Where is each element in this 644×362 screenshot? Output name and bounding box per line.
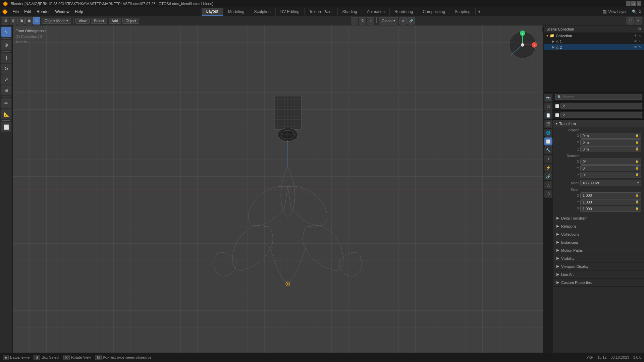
- maximize-button[interactable]: □: [631, 1, 636, 6]
- constraints-prop-tab[interactable]: 🔗: [544, 172, 552, 180]
- rotation-y-field[interactable]: 0° 🔒: [580, 165, 641, 171]
- render-prop-tab[interactable]: 📷: [544, 94, 552, 102]
- minimize-button[interactable]: ─: [626, 1, 631, 6]
- global-view-btn[interactable]: ⊞: [2, 17, 9, 24]
- line-art-section[interactable]: ▶ Line Art: [553, 270, 644, 279]
- rotation-x-field[interactable]: 0° 🔒: [580, 159, 641, 165]
- tab-shading[interactable]: Shading: [338, 8, 362, 15]
- view-layer-selector[interactable]: 🎬 View Layer: [599, 9, 630, 15]
- search-top-icon[interactable]: 🔍: [632, 9, 637, 14]
- select-icon[interactable]: ↖: [639, 34, 641, 38]
- measure-tool-btn[interactable]: 📐: [1, 109, 11, 119]
- material-view-btn[interactable]: ◨: [17, 17, 25, 24]
- particles-prop-tab[interactable]: ✦: [544, 155, 552, 163]
- object-menu[interactable]: Object: [122, 18, 139, 24]
- add-menu[interactable]: Add: [109, 18, 121, 24]
- scale-x-field[interactable]: 1.000 🔒: [580, 192, 641, 198]
- close-button[interactable]: ✕: [637, 1, 641, 6]
- transform-tool-left-btn[interactable]: ⊞: [1, 85, 11, 95]
- filter-top-icon[interactable]: ⚙: [638, 9, 642, 14]
- select-icon-1[interactable]: ↖: [639, 40, 641, 43]
- outliner-collection-item[interactable]: ▾ 📁 Collection 👁 ↖: [544, 33, 644, 39]
- relations-section[interactable]: ▶ Relations: [553, 222, 644, 230]
- viewport-display-section[interactable]: ▶ Viewport Display: [553, 262, 644, 270]
- snap-btn[interactable]: 🔗: [408, 17, 415, 24]
- object-name-field[interactable]: 2: [560, 103, 642, 109]
- eye-icon-2[interactable]: 👁: [634, 45, 637, 49]
- global-transform-dropdown[interactable]: Global ▾: [379, 17, 398, 24]
- motion-paths-section[interactable]: ▶ Motion Paths: [553, 246, 644, 254]
- eye-icon-1[interactable]: 👁: [634, 40, 637, 43]
- physics-prop-tab[interactable]: ⚡: [544, 164, 552, 172]
- tab-rendering[interactable]: Rendering: [390, 8, 418, 15]
- scale-y-field[interactable]: 1.000 🔒: [580, 199, 641, 205]
- prop-search-input[interactable]: [563, 95, 640, 99]
- instancing-section[interactable]: ▶ Instancing: [553, 238, 644, 246]
- material-prop-tab[interactable]: ⬡: [544, 190, 552, 198]
- select-icon-2[interactable]: ↖: [639, 45, 641, 49]
- rotation-z-field[interactable]: 0° 🔒: [580, 172, 641, 178]
- data-prop-tab[interactable]: △: [544, 181, 552, 189]
- wireframe-view-btn[interactable]: ⬡: [33, 17, 40, 24]
- scale-tool-left-btn[interactable]: ⤢: [1, 74, 11, 84]
- location-z-value: 0 m: [583, 147, 589, 151]
- delta-transform-section[interactable]: ▶ Delta Transform: [553, 214, 644, 222]
- tab-texture-paint[interactable]: Texture Paint: [305, 8, 338, 15]
- tab-compositing[interactable]: Compositing: [418, 8, 450, 15]
- menu-render[interactable]: Render: [34, 9, 52, 15]
- scale-z-field[interactable]: 1.000 🔒: [580, 206, 641, 212]
- mode-label: Mode: [556, 181, 579, 185]
- location-x-field[interactable]: 0 m 🔒: [580, 133, 641, 139]
- rotate-tool-btn[interactable]: ↻: [359, 17, 366, 24]
- location-y-field[interactable]: 0 m 🔒: [580, 139, 641, 145]
- view-menu[interactable]: View: [75, 18, 90, 24]
- visibility-section[interactable]: ▶ Visibility: [553, 254, 644, 262]
- annotate-tool-btn[interactable]: ✏: [1, 98, 11, 108]
- scale-tool-btn[interactable]: ⤢: [367, 17, 374, 24]
- menu-edit[interactable]: Edit: [21, 9, 34, 15]
- cursor-tool-btn[interactable]: ⊕: [1, 40, 11, 50]
- nav-gizmo[interactable]: X Y: [506, 28, 539, 62]
- mode-dropdown[interactable]: XYZ Euler ▾: [580, 180, 641, 186]
- gizmo-btn[interactable]: ⌖: [635, 17, 642, 24]
- object-mode-dropdown[interactable]: Object Mode ▾: [42, 18, 71, 24]
- world-prop-tab[interactable]: 🌐: [544, 129, 552, 137]
- menu-file[interactable]: File: [10, 9, 21, 15]
- proportional-edit-btn[interactable]: ⊙: [399, 17, 407, 24]
- move-tool-btn[interactable]: ↔: [351, 17, 358, 24]
- view-layer-prop-tab[interactable]: 📑: [544, 111, 552, 119]
- object-prop-tab[interactable]: ⬜: [544, 137, 552, 145]
- location-z-field[interactable]: 0 m 🔒: [580, 146, 641, 152]
- menu-help[interactable]: Help: [72, 9, 86, 15]
- add-cube-btn[interactable]: ⬜: [1, 122, 11, 132]
- local-view-btn[interactable]: ◫: [10, 17, 17, 24]
- move-tool-left-btn[interactable]: ✛: [1, 53, 11, 63]
- output-prop-tab[interactable]: 🖨: [544, 103, 552, 111]
- select-menu[interactable]: Select: [91, 18, 107, 24]
- tab-uv-editing[interactable]: UV Editing: [276, 8, 305, 15]
- title-bar-text: Blender [NA\МОДЕЛИНГ 28.9Gb\ПРАКТИКА\MAS…: [11, 2, 213, 6]
- overlay-btn[interactable]: ⬚: [627, 17, 634, 24]
- eye-icon[interactable]: 👁: [634, 34, 637, 38]
- add-workspace-button[interactable]: +: [476, 8, 483, 15]
- rotate-tool-left-btn[interactable]: ↻: [1, 64, 11, 74]
- modifier-prop-tab[interactable]: 🔧: [544, 146, 552, 154]
- tab-modeling[interactable]: Modeling: [223, 8, 250, 15]
- tab-layout[interactable]: Layout: [202, 8, 223, 16]
- lock-icon-lz: 🔒: [635, 147, 639, 151]
- scene-prop-tab[interactable]: 🎬: [544, 120, 552, 128]
- custom-properties-section[interactable]: ▶ Custom Properties: [553, 279, 644, 287]
- collection-ref-field[interactable]: 2: [560, 112, 642, 118]
- select-tool-btn[interactable]: ↖: [1, 27, 11, 37]
- main-viewport[interactable]: Front Orthographic (1) Collection | 2 Me…: [13, 25, 563, 353]
- tab-sculpting[interactable]: Sculpting: [249, 8, 275, 15]
- render-view-btn[interactable]: ▦: [25, 17, 33, 24]
- tab-scripting[interactable]: Scripting: [450, 8, 476, 15]
- collections-section[interactable]: ▶ Collections: [553, 230, 644, 238]
- outliner-item-1[interactable]: ▶ △ 1 👁 ↖: [544, 39, 644, 44]
- tab-animation[interactable]: Animation: [362, 8, 390, 15]
- filter-icon[interactable]: ⚙: [638, 27, 641, 31]
- transform-section-header[interactable]: ▾ Transform: [553, 120, 644, 127]
- outliner-item-2[interactable]: ▶ △ 2 👁 ↖: [544, 44, 644, 50]
- menu-window[interactable]: Window: [52, 9, 72, 15]
